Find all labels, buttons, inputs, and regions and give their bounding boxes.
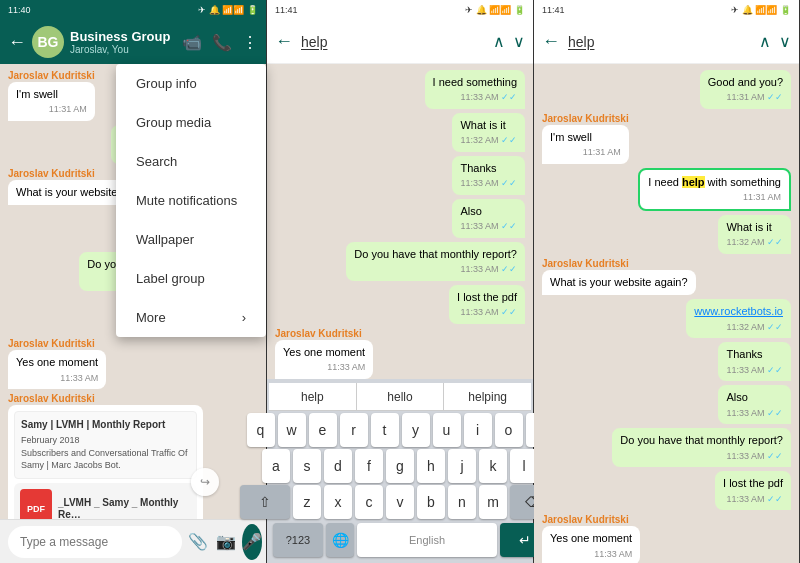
search-up-icon-3[interactable]: ∧ bbox=[759, 32, 771, 51]
menu-wallpaper[interactable]: Wallpaper bbox=[116, 220, 266, 259]
key-m[interactable]: m bbox=[479, 485, 507, 519]
msg-text: What is it bbox=[726, 220, 783, 235]
msg-text: Also bbox=[726, 390, 783, 405]
doc-thumb-subtitle: February 2018 bbox=[21, 434, 190, 447]
msg-text: Do you have that monthly report? bbox=[354, 247, 517, 262]
msg-time: 11:33 AM ✓✓ bbox=[354, 263, 517, 276]
status-icons-2: ✈ 🔔 📶📶 🔋 bbox=[465, 5, 525, 15]
forward-button[interactable]: ↪ bbox=[191, 468, 219, 496]
key-t[interactable]: t bbox=[371, 413, 399, 447]
group-subtitle: Jaroslav, You bbox=[70, 44, 176, 55]
key-globe[interactable]: 🌐 bbox=[326, 523, 354, 557]
menu-search[interactable]: Search bbox=[116, 142, 266, 181]
msg-received-3: Jaroslav Kudritski Yes one moment 11:33 … bbox=[8, 338, 106, 389]
status-icons-1: ✈ 🔔 📶📶 🔋 bbox=[198, 5, 258, 15]
key-f[interactable]: f bbox=[355, 449, 383, 483]
msg-thanks-3: Thanks 11:33 AM ✓✓ bbox=[718, 342, 791, 381]
key-x[interactable]: x bbox=[324, 485, 352, 519]
phone-icon[interactable]: 📞 bbox=[212, 33, 232, 52]
search-header-2: ← ∧ ∨ bbox=[267, 20, 533, 64]
search-down-icon-3[interactable]: ∨ bbox=[779, 32, 791, 51]
key-q[interactable]: q bbox=[247, 413, 275, 447]
key-g[interactable]: g bbox=[386, 449, 414, 483]
suggestion-help[interactable]: help bbox=[269, 383, 357, 410]
message-input-1[interactable] bbox=[8, 526, 182, 558]
key-123[interactable]: ?123 bbox=[273, 523, 323, 557]
msg-text: www.rocketbots.io bbox=[694, 304, 783, 319]
time-1: 11:40 bbox=[8, 5, 31, 15]
key-n[interactable]: n bbox=[448, 485, 476, 519]
msg-time: 11:33 AM bbox=[283, 361, 365, 374]
mic-button-1[interactable]: 🎤 bbox=[242, 524, 262, 560]
key-k[interactable]: k bbox=[479, 449, 507, 483]
sender-name: Jaroslav Kudritski bbox=[542, 113, 629, 124]
suggestion-hello[interactable]: hello bbox=[357, 383, 445, 410]
msg-time: 11:31 AM ✓✓ bbox=[708, 91, 783, 104]
key-h[interactable]: h bbox=[417, 449, 445, 483]
kb-row-4: ?123 🌐 English ↵ bbox=[269, 521, 531, 559]
msg-text: Do you have that monthly report? bbox=[620, 433, 783, 448]
msg-time: 11:33 AM ✓✓ bbox=[620, 450, 783, 463]
msg-bubble: What is your website again? bbox=[542, 270, 696, 295]
group-avatar-1: BG bbox=[32, 26, 64, 58]
key-space[interactable]: English bbox=[357, 523, 497, 557]
menu-mute[interactable]: Mute notifications bbox=[116, 181, 266, 220]
key-z[interactable]: z bbox=[293, 485, 321, 519]
chat-body-3: Good and you? 11:31 AM ✓✓ Jaroslav Kudri… bbox=[534, 64, 799, 563]
attach-icon[interactable]: 📎 bbox=[188, 532, 208, 551]
kb-row-1: q w e r t y u i o p bbox=[269, 413, 531, 447]
key-y[interactable]: y bbox=[402, 413, 430, 447]
key-d[interactable]: d bbox=[324, 449, 352, 483]
msg-report-3: Do you have that monthly report? 11:33 A… bbox=[612, 428, 791, 467]
panel-1: 11:40 ✈ 🔔 📶📶 🔋 ← BG Business Group Jaros… bbox=[0, 0, 267, 563]
video-call-icon[interactable]: 📹 bbox=[182, 33, 202, 52]
kb-suggestions: help hello helping bbox=[269, 383, 531, 411]
key-c[interactable]: c bbox=[355, 485, 383, 519]
key-o[interactable]: o bbox=[495, 413, 523, 447]
header-info-1: Business Group Jaroslav, You bbox=[70, 29, 176, 56]
search-up-icon[interactable]: ∧ bbox=[493, 32, 505, 51]
camera-icon[interactable]: 📷 bbox=[216, 532, 236, 551]
input-icons-1: 📎 📷 bbox=[188, 532, 236, 551]
kb-row-2: a s d f g h j k l bbox=[269, 449, 531, 483]
time-2: 11:41 bbox=[275, 5, 298, 15]
dropdown-menu: Group info Group media Search Mute notif… bbox=[116, 64, 266, 337]
msg-text: I lost the pdf bbox=[723, 476, 783, 491]
key-s[interactable]: s bbox=[293, 449, 321, 483]
back-button-3[interactable]: ← bbox=[542, 31, 560, 52]
key-w[interactable]: w bbox=[278, 413, 306, 447]
msg-bubble: I'm swell 11:31 AM bbox=[542, 125, 629, 164]
key-j[interactable]: j bbox=[448, 449, 476, 483]
search-input-2[interactable] bbox=[301, 34, 485, 50]
search-input-3[interactable] bbox=[568, 34, 751, 50]
back-button-2[interactable]: ← bbox=[275, 31, 293, 52]
sender-name: Jaroslav Kudritski bbox=[8, 338, 106, 349]
panel-3: 11:41 ✈ 🔔 📶📶 🔋 ← ∧ ∨ Good and you? 11:31… bbox=[534, 0, 800, 563]
chat-body-2: I need something 11:33 AM ✓✓ What is it … bbox=[267, 64, 533, 379]
msg-need-help-3: I need help with something 11:31 AM bbox=[638, 168, 791, 211]
menu-group-media[interactable]: Group media bbox=[116, 103, 266, 142]
more-options-icon[interactable]: ⋮ bbox=[242, 33, 258, 52]
menu-more[interactable]: More › bbox=[116, 298, 266, 337]
key-v[interactable]: v bbox=[386, 485, 414, 519]
msg-yes-2: Jaroslav Kudritski Yes one moment 11:33 … bbox=[275, 328, 373, 379]
key-b[interactable]: b bbox=[417, 485, 445, 519]
key-shift[interactable]: ⇧ bbox=[240, 485, 290, 519]
msg-bubble: I lost the pdf 11:33 AM ✓✓ bbox=[449, 285, 525, 324]
key-u[interactable]: u bbox=[433, 413, 461, 447]
msg-also-2: Also 11:33 AM ✓✓ bbox=[452, 199, 525, 238]
key-r[interactable]: r bbox=[340, 413, 368, 447]
msg-doc-received: Jaroslav Kudritski Samy | LVMH | Monthly… bbox=[8, 393, 203, 519]
msg-time: 11:33 AM ✓✓ bbox=[726, 364, 783, 377]
suggestion-helping[interactable]: helping bbox=[444, 383, 531, 410]
search-down-icon[interactable]: ∨ bbox=[513, 32, 525, 51]
key-a[interactable]: a bbox=[262, 449, 290, 483]
menu-label[interactable]: Label group bbox=[116, 259, 266, 298]
msg-time: 11:33 AM ✓✓ bbox=[457, 306, 517, 319]
menu-group-info[interactable]: Group info bbox=[116, 64, 266, 103]
back-button-1[interactable]: ← bbox=[8, 32, 26, 53]
key-e[interactable]: e bbox=[309, 413, 337, 447]
doc-attachment[interactable]: PDF _LVMH _ Samy _ Monthly Re… bbox=[14, 483, 197, 519]
key-i[interactable]: i bbox=[464, 413, 492, 447]
header-action-icons-1[interactable]: 📹 📞 ⋮ bbox=[182, 33, 258, 52]
